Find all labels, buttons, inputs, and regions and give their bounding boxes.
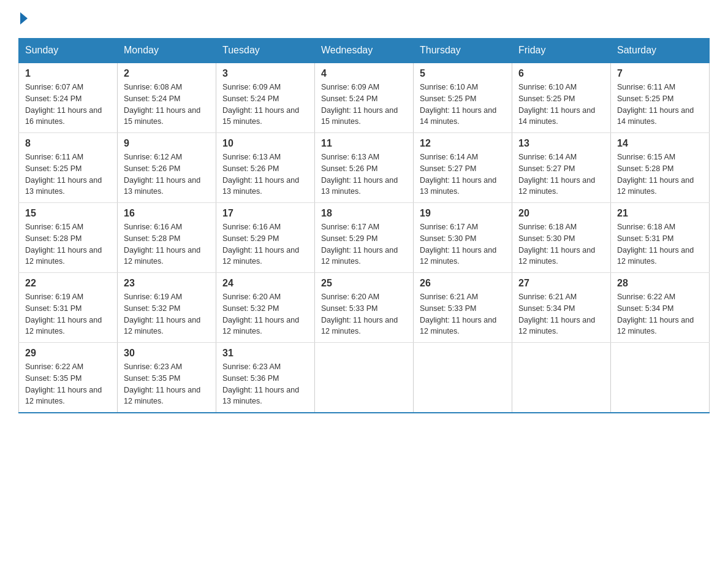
day-info: Sunrise: 6:19 AM Sunset: 5:31 PM Dayligh… xyxy=(25,291,111,337)
day-number: 30 xyxy=(124,348,210,359)
calendar-day-cell: 26 Sunrise: 6:21 AM Sunset: 5:33 PM Dayl… xyxy=(414,273,512,343)
day-number: 16 xyxy=(124,208,210,219)
day-info: Sunrise: 6:07 AM Sunset: 5:24 PM Dayligh… xyxy=(25,82,111,128)
day-info: Sunrise: 6:14 AM Sunset: 5:27 PM Dayligh… xyxy=(420,151,506,197)
day-number: 23 xyxy=(124,278,210,289)
day-info: Sunrise: 6:22 AM Sunset: 5:34 PM Dayligh… xyxy=(617,291,703,337)
calendar-day-header: Wednesday xyxy=(315,39,414,63)
day-number: 28 xyxy=(617,278,703,289)
day-number: 12 xyxy=(420,138,506,149)
day-number: 14 xyxy=(617,138,703,149)
day-info: Sunrise: 6:11 AM Sunset: 5:25 PM Dayligh… xyxy=(25,151,111,197)
calendar-day-cell: 6 Sunrise: 6:10 AM Sunset: 5:25 PM Dayli… xyxy=(512,63,611,133)
calendar-day-cell: 28 Sunrise: 6:22 AM Sunset: 5:34 PM Dayl… xyxy=(611,273,710,343)
day-number: 27 xyxy=(518,278,604,289)
day-info: Sunrise: 6:23 AM Sunset: 5:35 PM Dayligh… xyxy=(124,361,210,407)
day-info: Sunrise: 6:16 AM Sunset: 5:29 PM Dayligh… xyxy=(222,221,308,267)
day-number: 3 xyxy=(222,68,308,79)
day-number: 15 xyxy=(25,208,111,219)
calendar-day-cell: 22 Sunrise: 6:19 AM Sunset: 5:31 PM Dayl… xyxy=(19,273,118,343)
day-info: Sunrise: 6:19 AM Sunset: 5:32 PM Dayligh… xyxy=(124,291,210,337)
day-info: Sunrise: 6:18 AM Sunset: 5:31 PM Dayligh… xyxy=(617,221,703,267)
calendar-day-cell: 12 Sunrise: 6:14 AM Sunset: 5:27 PM Dayl… xyxy=(414,133,512,203)
day-number: 20 xyxy=(518,208,604,219)
calendar-day-cell: 11 Sunrise: 6:13 AM Sunset: 5:26 PM Dayl… xyxy=(315,133,414,203)
day-number: 4 xyxy=(321,68,407,79)
calendar-day-cell: 27 Sunrise: 6:21 AM Sunset: 5:34 PM Dayl… xyxy=(512,273,611,343)
calendar-day-cell xyxy=(512,343,611,413)
day-number: 9 xyxy=(124,138,210,149)
day-info: Sunrise: 6:09 AM Sunset: 5:24 PM Dayligh… xyxy=(321,82,407,128)
day-number: 22 xyxy=(25,278,111,289)
calendar-day-cell: 9 Sunrise: 6:12 AM Sunset: 5:26 PM Dayli… xyxy=(118,133,216,203)
day-number: 31 xyxy=(222,348,308,359)
day-info: Sunrise: 6:22 AM Sunset: 5:35 PM Dayligh… xyxy=(25,361,111,407)
calendar-week-row: 29 Sunrise: 6:22 AM Sunset: 5:35 PM Dayl… xyxy=(19,343,710,413)
day-info: Sunrise: 6:21 AM Sunset: 5:34 PM Dayligh… xyxy=(518,291,604,337)
calendar-day-header: Tuesday xyxy=(216,39,315,63)
calendar-day-cell: 15 Sunrise: 6:15 AM Sunset: 5:28 PM Dayl… xyxy=(19,203,118,273)
calendar-day-cell: 29 Sunrise: 6:22 AM Sunset: 5:35 PM Dayl… xyxy=(19,343,118,413)
day-number: 7 xyxy=(617,68,703,79)
calendar-day-header: Thursday xyxy=(414,39,512,63)
day-number: 10 xyxy=(222,138,308,149)
calendar-day-cell: 31 Sunrise: 6:23 AM Sunset: 5:36 PM Dayl… xyxy=(216,343,315,413)
day-info: Sunrise: 6:14 AM Sunset: 5:27 PM Dayligh… xyxy=(518,151,604,197)
day-info: Sunrise: 6:15 AM Sunset: 5:28 PM Dayligh… xyxy=(617,151,703,197)
day-number: 18 xyxy=(321,208,407,219)
day-info: Sunrise: 6:08 AM Sunset: 5:24 PM Dayligh… xyxy=(124,82,210,128)
calendar-day-cell: 23 Sunrise: 6:19 AM Sunset: 5:32 PM Dayl… xyxy=(118,273,216,343)
day-info: Sunrise: 6:18 AM Sunset: 5:30 PM Dayligh… xyxy=(518,221,604,267)
day-info: Sunrise: 6:17 AM Sunset: 5:29 PM Dayligh… xyxy=(321,221,407,267)
calendar-day-cell: 20 Sunrise: 6:18 AM Sunset: 5:30 PM Dayl… xyxy=(512,203,611,273)
day-number: 11 xyxy=(321,138,407,149)
day-number: 29 xyxy=(25,348,111,359)
day-number: 2 xyxy=(124,68,210,79)
logo xyxy=(18,12,28,26)
calendar-day-cell: 1 Sunrise: 6:07 AM Sunset: 5:24 PM Dayli… xyxy=(19,63,118,133)
day-info: Sunrise: 6:23 AM Sunset: 5:36 PM Dayligh… xyxy=(222,361,308,407)
day-info: Sunrise: 6:13 AM Sunset: 5:26 PM Dayligh… xyxy=(222,151,308,197)
calendar-day-cell: 5 Sunrise: 6:10 AM Sunset: 5:25 PM Dayli… xyxy=(414,63,512,133)
day-number: 1 xyxy=(25,68,111,79)
calendar-day-cell: 25 Sunrise: 6:20 AM Sunset: 5:33 PM Dayl… xyxy=(315,273,414,343)
day-info: Sunrise: 6:10 AM Sunset: 5:25 PM Dayligh… xyxy=(420,82,506,128)
calendar-week-row: 8 Sunrise: 6:11 AM Sunset: 5:25 PM Dayli… xyxy=(19,133,710,203)
calendar-day-cell: 19 Sunrise: 6:17 AM Sunset: 5:30 PM Dayl… xyxy=(414,203,512,273)
day-number: 8 xyxy=(25,138,111,149)
calendar-day-cell: 10 Sunrise: 6:13 AM Sunset: 5:26 PM Dayl… xyxy=(216,133,315,203)
day-info: Sunrise: 6:17 AM Sunset: 5:30 PM Dayligh… xyxy=(420,221,506,267)
day-info: Sunrise: 6:09 AM Sunset: 5:24 PM Dayligh… xyxy=(222,82,308,128)
day-info: Sunrise: 6:21 AM Sunset: 5:33 PM Dayligh… xyxy=(420,291,506,337)
calendar-day-cell: 17 Sunrise: 6:16 AM Sunset: 5:29 PM Dayl… xyxy=(216,203,315,273)
calendar-day-cell xyxy=(414,343,512,413)
day-info: Sunrise: 6:10 AM Sunset: 5:25 PM Dayligh… xyxy=(518,82,604,128)
calendar-week-row: 1 Sunrise: 6:07 AM Sunset: 5:24 PM Dayli… xyxy=(19,63,710,133)
calendar-day-header: Saturday xyxy=(611,39,710,63)
calendar-day-cell xyxy=(315,343,414,413)
calendar-day-cell: 24 Sunrise: 6:20 AM Sunset: 5:32 PM Dayl… xyxy=(216,273,315,343)
day-info: Sunrise: 6:13 AM Sunset: 5:26 PM Dayligh… xyxy=(321,151,407,197)
calendar-day-header: Monday xyxy=(118,39,216,63)
calendar-day-cell: 3 Sunrise: 6:09 AM Sunset: 5:24 PM Dayli… xyxy=(216,63,315,133)
day-number: 24 xyxy=(222,278,308,289)
day-number: 13 xyxy=(518,138,604,149)
calendar-week-row: 22 Sunrise: 6:19 AM Sunset: 5:31 PM Dayl… xyxy=(19,273,710,343)
calendar-day-cell: 16 Sunrise: 6:16 AM Sunset: 5:28 PM Dayl… xyxy=(118,203,216,273)
day-info: Sunrise: 6:15 AM Sunset: 5:28 PM Dayligh… xyxy=(25,221,111,267)
calendar-table: SundayMondayTuesdayWednesdayThursdayFrid… xyxy=(18,38,710,413)
day-number: 21 xyxy=(617,208,703,219)
calendar-day-cell xyxy=(611,343,710,413)
calendar-day-cell: 21 Sunrise: 6:18 AM Sunset: 5:31 PM Dayl… xyxy=(611,203,710,273)
page-header xyxy=(18,12,710,26)
calendar-day-cell: 18 Sunrise: 6:17 AM Sunset: 5:29 PM Dayl… xyxy=(315,203,414,273)
calendar-day-cell: 8 Sunrise: 6:11 AM Sunset: 5:25 PM Dayli… xyxy=(19,133,118,203)
day-info: Sunrise: 6:16 AM Sunset: 5:28 PM Dayligh… xyxy=(124,221,210,267)
calendar-day-cell: 13 Sunrise: 6:14 AM Sunset: 5:27 PM Dayl… xyxy=(512,133,611,203)
calendar-day-header: Sunday xyxy=(19,39,118,63)
logo-arrow-icon xyxy=(20,12,28,25)
day-info: Sunrise: 6:20 AM Sunset: 5:33 PM Dayligh… xyxy=(321,291,407,337)
day-number: 5 xyxy=(420,68,506,79)
day-info: Sunrise: 6:20 AM Sunset: 5:32 PM Dayligh… xyxy=(222,291,308,337)
day-info: Sunrise: 6:11 AM Sunset: 5:25 PM Dayligh… xyxy=(617,82,703,128)
